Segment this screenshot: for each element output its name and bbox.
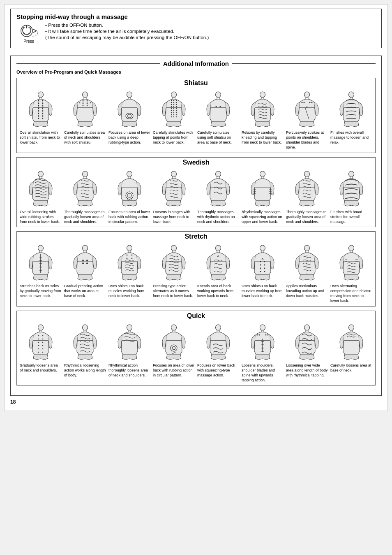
massage-desc-quick-7: Carefully loosens area at base of neck. — [330, 363, 372, 373]
svg-point-39 — [83, 105, 84, 106]
svg-point-168 — [349, 245, 354, 251]
svg-point-33 — [83, 100, 84, 101]
svg-point-163 — [264, 261, 265, 262]
svg-point-162 — [260, 261, 261, 262]
svg-point-21 — [42, 111, 44, 113]
svg-point-184 — [38, 351, 39, 353]
massage-item-swedish-4: Thoroughly massages with rhythmic action… — [196, 170, 240, 225]
page: Stopping mid-way through a massage Press… — [4, 4, 388, 411]
massage-desc-swedish-4: Thoroughly massages with rhythmic action… — [197, 209, 239, 224]
svg-point-25 — [42, 115, 44, 116]
svg-point-70 — [173, 112, 174, 113]
svg-point-156 — [260, 271, 261, 272]
svg-point-19 — [42, 110, 44, 111]
svg-point-43 — [127, 92, 132, 98]
massage-item-quick-5: Loosens shoulders, shoulder blades and s… — [240, 323, 285, 384]
massage-desc-shiatsu-7: Finishes with overall massage to loosen … — [330, 130, 372, 145]
svg-point-203 — [257, 334, 258, 335]
massage-item-stretch-5: Uses shiatsu on back muscles working up … — [240, 244, 285, 304]
massage-item-quick-2: Rhythmical action thoroughly loosens are… — [107, 323, 152, 384]
massage-item-quick-6: Loosening over wide area along length of… — [285, 323, 329, 384]
svg-point-145 — [127, 258, 128, 259]
stop-bullet-3: (The sound of air escaping may be audibl… — [45, 35, 209, 40]
svg-point-42 — [90, 102, 91, 104]
svg-point-74 — [176, 114, 177, 115]
stop-bullet-2: • It will take some time before the air … — [45, 29, 209, 34]
svg-point-29 — [42, 118, 44, 119]
massage-desc-quick-0: Gradually loosens area of neck and shoul… — [20, 363, 62, 373]
svg-point-93 — [307, 107, 308, 108]
category-header-stretch: Stretch — [17, 232, 375, 242]
massage-item-quick-7: Carefully loosens area at base of neck. — [329, 323, 374, 384]
category-header-quick: Quick — [17, 311, 375, 321]
svg-point-158 — [260, 268, 261, 269]
svg-point-160 — [260, 265, 261, 266]
svg-point-53 — [176, 100, 177, 101]
svg-point-104 — [127, 171, 132, 177]
massage-item-swedish-3: Loosens in stages with massage from neck… — [152, 170, 196, 225]
svg-point-183 — [42, 348, 44, 349]
svg-point-118 — [304, 171, 310, 177]
category-stretch: Stretch Stretches back muscles by gradua… — [16, 231, 376, 307]
svg-point-75 — [171, 116, 172, 117]
massage-item-shiatsu-4: Carefully stimulates using soft shiatsu … — [196, 91, 240, 151]
massage-item-swedish-5: Rhythmically massages with squeezing act… — [240, 170, 285, 225]
svg-point-157 — [264, 271, 265, 272]
svg-point-215 — [349, 325, 354, 330]
svg-point-59 — [176, 104, 177, 105]
svg-point-51 — [171, 100, 172, 101]
svg-point-86 — [304, 92, 310, 98]
svg-point-133 — [83, 245, 88, 251]
overview-title: Overview of Pre-Program and Quick Massag… — [16, 70, 376, 74]
massage-desc-shiatsu-3: Carefully stimulates with tapping at poi… — [153, 130, 195, 145]
massage-item-stretch-7: Uses alternating compression and shiatsu… — [329, 244, 374, 304]
svg-point-136 — [82, 260, 84, 261]
svg-point-179 — [42, 341, 44, 343]
category-shiatsu: Shiatsu Overall stimulation with soft sh… — [16, 78, 376, 153]
svg-point-121 — [349, 171, 354, 177]
svg-point-38 — [87, 103, 88, 104]
svg-point-68 — [176, 110, 177, 111]
svg-point-212 — [304, 325, 310, 330]
svg-point-115 — [260, 171, 265, 177]
svg-point-30 — [83, 92, 88, 98]
svg-point-26 — [38, 116, 39, 118]
svg-point-61 — [173, 106, 174, 107]
stop-title: Stopping mid-way through a massage — [16, 13, 376, 20]
massage-desc-shiatsu-4: Carefully stimulates using soft shiatsu … — [197, 130, 239, 145]
svg-point-146 — [131, 258, 133, 259]
massage-desc-swedish-0: Overall loosening with wide rubbing stro… — [20, 209, 62, 224]
massage-desc-swedish-2: Focuses on area of lower back with rubbi… — [108, 209, 150, 224]
massage-desc-shiatsu-5: Relaxes by carefully kneading and tappin… — [242, 130, 284, 145]
svg-point-112 — [216, 171, 221, 177]
svg-point-41 — [79, 102, 81, 104]
additional-section: Additional Information Overview of Pre-P… — [10, 56, 382, 396]
press-icon-area: Press — [16, 23, 41, 44]
svg-point-60 — [171, 106, 172, 107]
svg-point-175 — [42, 335, 44, 336]
svg-point-52 — [173, 100, 174, 101]
massage-item-stretch-0: Stretches back muscles by gradually movi… — [18, 244, 63, 304]
svg-point-18 — [38, 110, 39, 111]
stop-text: • Press the OFF/ON button. • It will tak… — [45, 23, 209, 41]
off-on-button-icon — [18, 23, 39, 39]
svg-point-205 — [265, 334, 267, 335]
svg-point-3 — [38, 92, 44, 98]
svg-point-182 — [38, 348, 39, 349]
massage-item-stretch-6: Applies meticulous kneading action up an… — [285, 244, 329, 304]
massage-item-stretch-4: Kneads area of back working upwards from… — [196, 244, 240, 304]
massage-desc-quick-1: Rhythmical loosening action works along … — [64, 363, 106, 378]
svg-point-143 — [127, 255, 128, 256]
massage-item-quick-1: Rhythmical loosening action works along … — [63, 323, 107, 384]
svg-point-140 — [127, 245, 132, 251]
massage-desc-quick-4: Focuses on lower back with squeezing-typ… — [197, 363, 239, 378]
categories-container: Shiatsu Overall stimulation with soft sh… — [16, 78, 376, 385]
massage-desc-swedish-6: Thoroughly massages to gradually loosen … — [286, 209, 328, 224]
svg-point-12 — [38, 105, 39, 106]
svg-point-159 — [264, 268, 265, 269]
massage-grid-stretch: Stretches back muscles by gradually movi… — [17, 242, 375, 306]
massage-desc-quick-3: Focuses on area of lower back with rubbi… — [153, 363, 195, 378]
svg-point-72 — [171, 114, 172, 115]
svg-point-37 — [83, 103, 84, 104]
massage-desc-shiatsu-0: Overall stimulation with soft shiatsu fr… — [20, 130, 62, 145]
